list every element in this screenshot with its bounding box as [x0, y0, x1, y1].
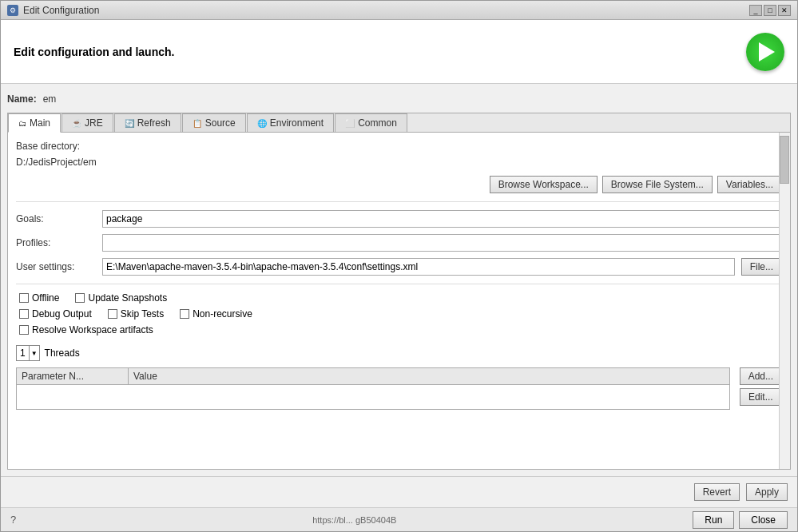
tab-environment-label: Environment — [270, 117, 324, 129]
resolve-workspace-label: Resolve Workspace artifacts — [32, 324, 153, 335]
non-recursive-checkbox[interactable]: Non-recursive — [180, 308, 252, 320]
tab-source-label: Source — [205, 117, 236, 129]
separator-2 — [16, 284, 782, 284]
edit-button[interactable]: Edit... — [740, 388, 782, 406]
params-col-value-header: Value — [129, 368, 729, 384]
browse-buttons: Browse Workspace... Browse File System..… — [16, 176, 782, 193]
scrollbar-track[interactable] — [779, 133, 790, 469]
tabs-panel: 🗂 Main ☕ JRE 🔄 Refresh 📋 Source 🌐 — [7, 113, 791, 470]
footer-bar: ? https://bl... gB50404B Run Close — [1, 507, 797, 531]
update-snapshots-checkbox-box[interactable] — [75, 293, 85, 303]
tab-source[interactable]: 📋 Source — [182, 113, 246, 132]
run-button[interactable]: Run — [693, 511, 734, 529]
checkbox-row-3: Resolve Workspace artifacts — [19, 324, 782, 335]
threads-dropdown[interactable]: 1 ▼ — [16, 345, 40, 361]
tab-environment[interactable]: 🌐 Environment — [247, 113, 334, 132]
offline-checkbox-box[interactable] — [19, 293, 29, 303]
params-table-header: Parameter N... Value — [17, 368, 729, 385]
maximize-button[interactable]: □ — [764, 5, 776, 16]
header-area: Edit configuration and launch. — [1, 20, 797, 84]
params-actions: Add... Edit... — [740, 367, 782, 406]
window-icon: ⚙ — [7, 5, 18, 16]
base-directory-section: Base directory: D:/JedisProject/em Brows… — [16, 141, 782, 193]
close-button[interactable]: ✕ — [778, 5, 791, 16]
profiles-input[interactable] — [102, 234, 782, 252]
revert-button[interactable]: Revert — [694, 483, 740, 501]
help-icon[interactable]: ? — [10, 514, 16, 526]
tab-main-label: Main — [30, 117, 50, 129]
checkbox-row-2: Debug Output Skip Tests Non-recursive — [19, 308, 782, 320]
skip-tests-label: Skip Tests — [121, 308, 164, 320]
params-row: Parameter N... Value Add... Edit... — [16, 367, 782, 410]
edit-configuration-window: ⚙ Edit Configuration _ □ ✕ Edit configur… — [0, 0, 798, 532]
tab-jre-label: JRE — [85, 117, 103, 129]
skip-tests-checkbox[interactable]: Skip Tests — [108, 308, 164, 320]
threads-row: 1 ▼ Threads — [16, 345, 782, 361]
environment-tab-icon: 🌐 — [257, 119, 267, 128]
threads-label: Threads — [45, 347, 80, 359]
base-directory-label: Base directory: — [16, 141, 782, 152]
resolve-workspace-checkbox-box[interactable] — [19, 325, 29, 335]
offline-label: Offline — [32, 292, 59, 304]
title-bar-left: ⚙ Edit Configuration — [7, 5, 99, 16]
tabs-bar: 🗂 Main ☕ JRE 🔄 Refresh 📋 Source 🌐 — [8, 113, 790, 133]
goals-input[interactable] — [102, 210, 782, 228]
apply-button[interactable]: Apply — [746, 483, 788, 501]
params-col-name-header: Parameter N... — [17, 368, 129, 384]
name-value: em — [43, 93, 57, 105]
footer-link: https://bl... gB50404B — [312, 515, 396, 525]
main-content: Name: em 🗂 Main ☕ JRE 🔄 Refresh — [1, 84, 797, 476]
tab-refresh[interactable]: 🔄 Refresh — [114, 113, 181, 132]
checkboxes-area: Offline Update Snapshots Debug Output — [16, 292, 782, 335]
debug-output-checkbox-box[interactable] — [19, 309, 29, 319]
main-tab-icon: 🗂 — [18, 119, 26, 128]
footer-actions: Run Close — [693, 511, 788, 529]
tab-common[interactable]: ⬜ Common — [335, 113, 407, 132]
skip-tests-checkbox-box[interactable] — [108, 309, 117, 319]
threads-arrow-icon[interactable]: ▼ — [29, 346, 39, 360]
tab-jre[interactable]: ☕ JRE — [62, 113, 113, 132]
base-directory-value: D:/JedisProject/em — [16, 155, 782, 169]
minimize-button[interactable]: _ — [749, 5, 762, 16]
tab-main[interactable]: 🗂 Main — [8, 113, 61, 133]
update-snapshots-checkbox[interactable]: Update Snapshots — [75, 292, 167, 304]
browse-filesystem-button[interactable]: Browse File System... — [602, 176, 713, 193]
goals-label: Goals: — [16, 213, 96, 224]
tab-refresh-label: Refresh — [137, 117, 171, 129]
goals-row: Goals: — [16, 210, 782, 228]
non-recursive-label: Non-recursive — [193, 308, 252, 320]
run-icon-button[interactable] — [746, 33, 784, 71]
user-settings-input[interactable] — [102, 258, 735, 276]
bottom-buttons: Revert Apply — [1, 476, 797, 507]
profiles-row: Profiles: — [16, 234, 782, 252]
params-table-wrapper: Parameter N... Value — [16, 367, 730, 410]
user-settings-label: User settings: — [16, 261, 96, 272]
add-button[interactable]: Add... — [740, 367, 782, 385]
variables-button[interactable]: Variables... — [717, 176, 782, 193]
refresh-tab-icon: 🔄 — [125, 119, 134, 128]
separator-1 — [16, 201, 782, 202]
offline-checkbox[interactable]: Offline — [19, 292, 59, 304]
browse-workspace-button[interactable]: Browse Workspace... — [490, 176, 598, 193]
title-controls: _ □ ✕ — [749, 5, 791, 16]
name-label: Name: — [7, 93, 37, 105]
name-row: Name: em — [7, 90, 791, 108]
profiles-label: Profiles: — [16, 237, 96, 248]
scrollbar-thumb[interactable] — [780, 136, 789, 184]
non-recursive-checkbox-box[interactable] — [180, 309, 189, 319]
threads-value: 1 — [17, 347, 29, 359]
jre-tab-icon: ☕ — [72, 119, 81, 128]
close-button-footer[interactable]: Close — [739, 511, 788, 529]
common-tab-icon: ⬜ — [345, 119, 355, 128]
user-settings-row: User settings: File... — [16, 258, 782, 276]
source-tab-icon: 📋 — [193, 119, 202, 128]
params-table-body — [17, 385, 729, 409]
file-button[interactable]: File... — [741, 258, 782, 276]
tab-content-main: Base directory: D:/JedisProject/em Brows… — [8, 133, 790, 469]
update-snapshots-label: Update Snapshots — [88, 292, 167, 304]
debug-output-checkbox[interactable]: Debug Output — [19, 308, 92, 320]
header-title: Edit configuration and launch. — [14, 46, 174, 58]
debug-output-label: Debug Output — [32, 308, 92, 320]
title-bar: ⚙ Edit Configuration _ □ ✕ — [1, 1, 797, 20]
resolve-workspace-checkbox[interactable]: Resolve Workspace artifacts — [19, 324, 153, 335]
